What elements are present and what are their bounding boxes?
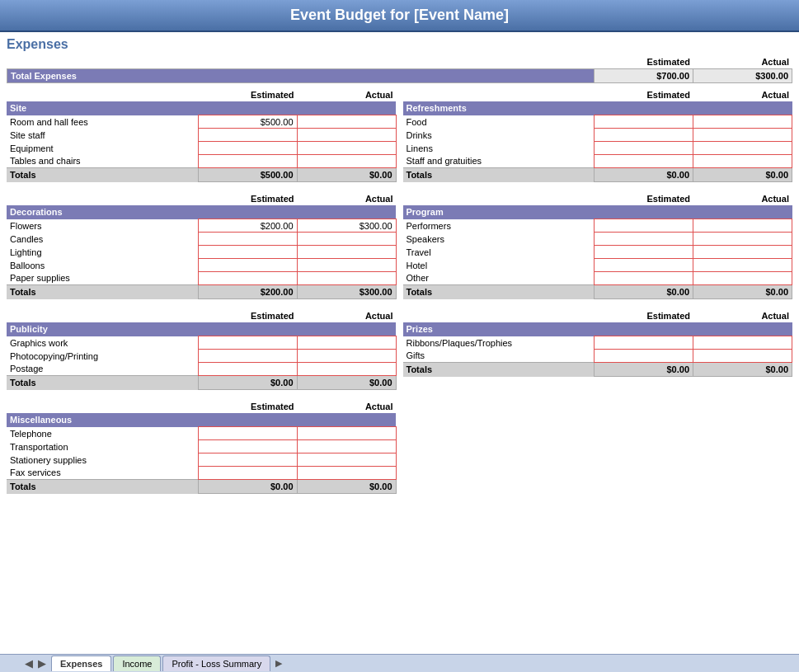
value-cell-actual[interactable]	[693, 129, 792, 142]
table-row: Linens	[403, 142, 792, 155]
value-cell-actual[interactable]	[297, 336, 396, 350]
publicity-header-cell: Publicity	[7, 322, 396, 336]
value-cell-estimated[interactable]	[595, 233, 693, 246]
value-cell-estimated[interactable]	[595, 246, 693, 259]
nav-next-icon[interactable]: ▶	[38, 657, 46, 670]
totals-estimated: $200.00	[198, 285, 297, 299]
summary-col-headers: Estimated Actual	[7, 57, 792, 67]
misc-actual-header: Actual	[298, 402, 397, 411]
prizes-table: Prizes Ribbons/Plaques/Trophies Gifts To…	[403, 322, 793, 377]
prizes-header-cell: Prizes	[403, 322, 792, 336]
program-table: Program Performers Speakers Travel	[403, 205, 793, 299]
table-row: Tables and chairs	[7, 155, 396, 168]
value-cell-actual[interactable]	[297, 246, 396, 259]
value-cell-actual[interactable]	[297, 272, 396, 285]
tab-expenses[interactable]: Expenses	[51, 656, 111, 671]
value-cell-actual[interactable]	[693, 142, 792, 155]
value-cell-actual[interactable]	[297, 440, 396, 453]
item-label: Drinks	[403, 129, 595, 142]
program-section: Estimated Actual Program Performers Spea…	[403, 194, 793, 299]
value-cell-estimated[interactable]	[595, 350, 693, 363]
value-cell-actual[interactable]	[297, 453, 396, 467]
value-cell-estimated[interactable]	[198, 155, 297, 168]
value-cell-actual[interactable]	[297, 129, 396, 142]
miscellaneous-section: Estimated Actual Miscellaneous Telephone…	[7, 402, 397, 494]
publicity-header-row: Publicity	[7, 322, 396, 336]
prizes-section: Estimated Actual Prizes Ribbons/Plaques/…	[403, 311, 793, 377]
decorations-section: Estimated Actual Decorations Flowers $20…	[7, 194, 397, 299]
value-cell-actual[interactable]	[297, 467, 396, 480]
nav-prev-icon[interactable]: ◀	[25, 657, 33, 670]
table-row: Travel	[403, 246, 792, 259]
table-row: Stationery supplies	[7, 453, 396, 467]
dec-estimated-header: Estimated	[199, 194, 298, 204]
decorations-header-cell: Decorations	[7, 205, 396, 219]
tab-income[interactable]: Income	[113, 656, 161, 671]
summary-estimated-header: Estimated	[595, 57, 693, 67]
value-cell-estimated[interactable]	[198, 363, 297, 376]
table-row: Paper supplies	[7, 272, 396, 285]
value-cell-estimated[interactable]	[595, 259, 693, 272]
value-cell-estimated[interactable]	[198, 142, 297, 155]
value-cell-actual[interactable]	[297, 142, 396, 155]
tab-arrow-icon[interactable]: ▶	[275, 658, 282, 669]
value-cell-actual[interactable]	[297, 155, 396, 168]
value-cell-estimated[interactable]	[198, 246, 297, 259]
table-row: Staff and gratuities	[403, 155, 792, 168]
value-cell-actual[interactable]	[693, 219, 792, 233]
value-cell-actual[interactable]	[297, 350, 396, 363]
value-cell-estimated[interactable]	[595, 155, 693, 168]
value-cell-actual[interactable]	[693, 115, 792, 129]
value-cell-actual[interactable]	[297, 233, 396, 246]
value-cell-actual[interactable]	[693, 272, 792, 285]
value-cell-actual[interactable]	[297, 363, 396, 376]
value-cell-estimated[interactable]	[198, 233, 297, 246]
value-cell-actual[interactable]	[297, 259, 396, 272]
site-header-cell: Site	[7, 101, 396, 115]
miscellaneous-header-cell: Miscellaneous	[7, 413, 396, 427]
value-cell-actual[interactable]	[693, 233, 792, 246]
right-column: Estimated Actual Refreshments Food Drink…	[403, 90, 793, 505]
total-expenses-estimated: $700.00	[594, 69, 693, 82]
value-cell-actual[interactable]	[693, 155, 792, 168]
item-label: Food	[403, 115, 595, 129]
value-cell-estimated[interactable]	[595, 219, 693, 233]
value-cell-estimated[interactable]: $200.00	[198, 219, 297, 233]
value-cell-estimated[interactable]: $500.00	[198, 115, 297, 129]
total-expenses-row: Total Expenses $700.00 $300.00	[7, 68, 792, 83]
value-cell-actual[interactable]	[693, 259, 792, 272]
totals-label: Totals	[403, 363, 595, 377]
value-cell-estimated[interactable]	[198, 440, 297, 453]
value-cell-estimated[interactable]	[198, 129, 297, 142]
value-cell-estimated[interactable]	[595, 115, 693, 129]
totals-label: Totals	[403, 168, 595, 182]
item-label: Transportation	[7, 440, 198, 453]
value-cell-estimated[interactable]	[198, 272, 297, 285]
table-row: Fax services	[7, 467, 396, 480]
value-cell-estimated[interactable]	[595, 129, 693, 142]
table-row: Transportation	[7, 440, 396, 453]
prizes-estimated-header: Estimated	[595, 311, 693, 321]
value-cell-estimated[interactable]	[198, 350, 297, 363]
totals-actual: $0.00	[297, 168, 396, 182]
value-cell-estimated[interactable]	[595, 142, 693, 155]
value-cell-actual[interactable]	[693, 350, 792, 363]
value-cell-actual[interactable]	[693, 336, 792, 350]
value-cell-actual[interactable]	[693, 246, 792, 259]
value-cell-actual[interactable]	[297, 427, 396, 440]
totals-label: Totals	[7, 480, 198, 494]
value-cell-actual[interactable]	[297, 115, 396, 129]
value-cell-estimated[interactable]	[198, 427, 297, 440]
value-cell-estimated[interactable]	[198, 336, 297, 350]
tab-profit-loss[interactable]: Profit - Loss Summary	[162, 656, 270, 671]
left-column: Estimated Actual Site Room and hall fees…	[7, 90, 397, 505]
value-cell-estimated[interactable]	[198, 467, 297, 480]
value-cell-estimated[interactable]	[595, 272, 693, 285]
value-cell-actual[interactable]: $300.00	[297, 219, 396, 233]
value-cell-estimated[interactable]	[595, 336, 693, 350]
miscellaneous-table: Miscellaneous Telephone Transportation S…	[7, 413, 397, 494]
value-cell-estimated[interactable]	[198, 453, 297, 467]
two-column-layout: Estimated Actual Site Room and hall fees…	[7, 90, 792, 505]
prizes-actual-header: Actual	[693, 311, 792, 321]
value-cell-estimated[interactable]	[198, 259, 297, 272]
